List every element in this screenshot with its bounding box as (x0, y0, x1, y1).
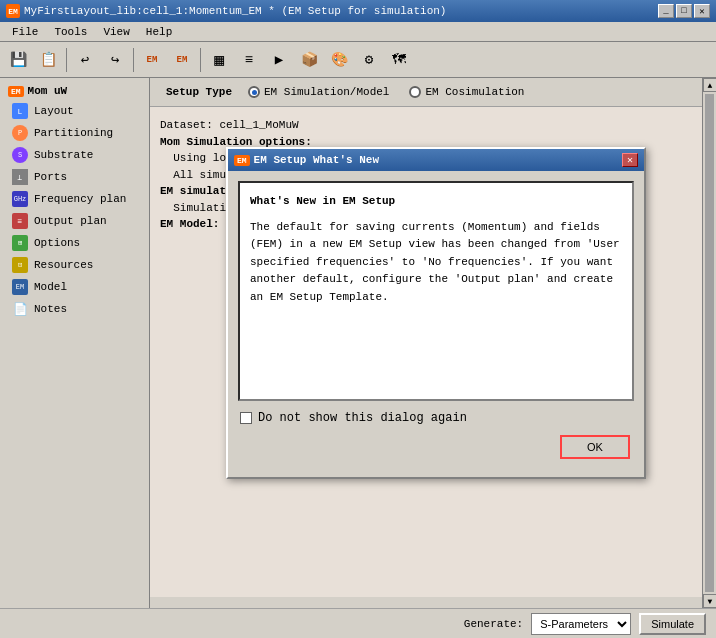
undo-icon[interactable]: ↩ (71, 46, 99, 74)
sidebar-label-output: Output plan (34, 215, 107, 227)
sidebar-title: Mom uW (28, 85, 68, 97)
sidebar-item-options[interactable]: ⊞ Options (0, 232, 149, 254)
em-icon-2[interactable]: EM (168, 46, 196, 74)
scroll-down-arrow[interactable]: ▼ (703, 594, 716, 608)
content-area: Setup Type EM Simulation/Model EM Cosimu… (150, 78, 702, 608)
sidebar-em-icon: EM (8, 86, 24, 97)
sidebar-label-layout: Layout (34, 105, 74, 117)
layout-icon: L (12, 103, 28, 119)
sidebar-item-frequency[interactable]: GHz Frequency plan (0, 188, 149, 210)
main-layout: EM Mom uW L Layout P Partitioning S Subs… (0, 78, 716, 608)
generate-label: Generate: (464, 618, 523, 630)
menu-view[interactable]: View (95, 24, 137, 40)
sidebar-label-ports: Ports (34, 171, 67, 183)
dialog-body: What's New in EM Setup The default for s… (228, 171, 644, 477)
clipboard-icon[interactable]: 📋 (34, 46, 62, 74)
sidebar-item-resources[interactable]: ⊡ Resources (0, 254, 149, 276)
sidebar: EM Mom uW L Layout P Partitioning S Subs… (0, 78, 150, 608)
partition-icon: P (12, 125, 28, 141)
map-icon[interactable]: 🗺 (385, 46, 413, 74)
notes-icon: 📄 (12, 301, 28, 317)
block-icon[interactable]: ▦ (205, 46, 233, 74)
sidebar-label-options: Options (34, 237, 80, 249)
play-icon[interactable]: ▶ (265, 46, 293, 74)
maximize-button[interactable]: □ (676, 4, 692, 18)
dialog-title-icon: EM (234, 155, 250, 166)
gear-icon[interactable]: ⚙ (355, 46, 383, 74)
ports-icon: ⊥ (12, 169, 28, 185)
sidebar-item-layout[interactable]: L Layout (0, 100, 149, 122)
window-controls: _ □ ✕ (658, 4, 710, 18)
dialog-close-button[interactable]: ✕ (622, 153, 638, 167)
layers-icon[interactable]: ≡ (235, 46, 263, 74)
model-icon: EM (12, 279, 28, 295)
redo-icon[interactable]: ↪ (101, 46, 129, 74)
do-not-show-checkbox[interactable] (240, 412, 252, 424)
dialog-whats-new: EM EM Setup What's New ✕ What's New in E… (226, 147, 646, 479)
menu-file[interactable]: File (4, 24, 46, 40)
minimize-button[interactable]: _ (658, 4, 674, 18)
dialog-content-area[interactable]: What's New in EM Setup The default for s… (238, 181, 634, 401)
dialog-title-text: EM Setup What's New (254, 154, 379, 166)
sidebar-item-model[interactable]: EM Model (0, 276, 149, 298)
dialog-body-text: The default for saving currents (Momentu… (250, 219, 622, 307)
scroll-up-arrow[interactable]: ▲ (703, 78, 716, 92)
simulate-button[interactable]: Simulate (639, 613, 706, 635)
dialog-heading: What's New in EM Setup (250, 193, 622, 211)
color-icon[interactable]: 🎨 (325, 46, 353, 74)
sidebar-item-output[interactable]: ≡ Output plan (0, 210, 149, 232)
menu-help[interactable]: Help (138, 24, 180, 40)
frequency-icon: GHz (12, 191, 28, 207)
sidebar-item-substrate[interactable]: S Substrate (0, 144, 149, 166)
scroll-thumb[interactable] (705, 94, 714, 592)
title-bar: EM MyFirstLayout_lib:cell_1:Momentum_EM … (0, 0, 716, 22)
sidebar-label-notes: Notes (34, 303, 67, 315)
em-icon-1[interactable]: EM (138, 46, 166, 74)
sidebar-label-partitioning: Partitioning (34, 127, 113, 139)
generate-select[interactable]: S-Parameters (531, 613, 631, 635)
output-icon: ≡ (12, 213, 28, 229)
right-scrollbar: ▲ ▼ (702, 78, 716, 608)
cube-icon[interactable]: 📦 (295, 46, 323, 74)
close-button[interactable]: ✕ (694, 4, 710, 18)
ok-button[interactable]: OK (560, 435, 630, 459)
sidebar-item-partitioning[interactable]: P Partitioning (0, 122, 149, 144)
sidebar-label-resources: Resources (34, 259, 93, 271)
resources-icon: ⊡ (12, 257, 28, 273)
dialog-titlebar: EM EM Setup What's New ✕ (228, 149, 644, 171)
menu-tools[interactable]: Tools (46, 24, 95, 40)
checkbox-label: Do not show this dialog again (258, 411, 467, 425)
substrate-icon: S (12, 147, 28, 163)
app-icon: EM (6, 4, 20, 18)
modal-overlay: EM EM Setup What's New ✕ What's New in E… (150, 78, 702, 608)
dialog-checkbox-row: Do not show this dialog again (238, 411, 634, 425)
dialog-footer: OK (238, 435, 634, 467)
status-bar: Generate: S-Parameters Simulate (0, 608, 716, 638)
menu-bar: File Tools View Help (0, 22, 716, 42)
save-icon[interactable]: 💾 (4, 46, 32, 74)
sidebar-label-frequency: Frequency plan (34, 193, 126, 205)
sidebar-item-notes[interactable]: 📄 Notes (0, 298, 149, 320)
window-title: MyFirstLayout_lib:cell_1:Momentum_EM * (… (24, 5, 446, 17)
options-icon: ⊞ (12, 235, 28, 251)
sidebar-item-ports[interactable]: ⊥ Ports (0, 166, 149, 188)
sidebar-label-substrate: Substrate (34, 149, 93, 161)
toolbar: 💾 📋 ↩ ↪ EM EM ▦ ≡ ▶ 📦 🎨 ⚙ 🗺 (0, 42, 716, 78)
sidebar-header: EM Mom uW (0, 82, 149, 100)
sidebar-label-model: Model (34, 281, 67, 293)
